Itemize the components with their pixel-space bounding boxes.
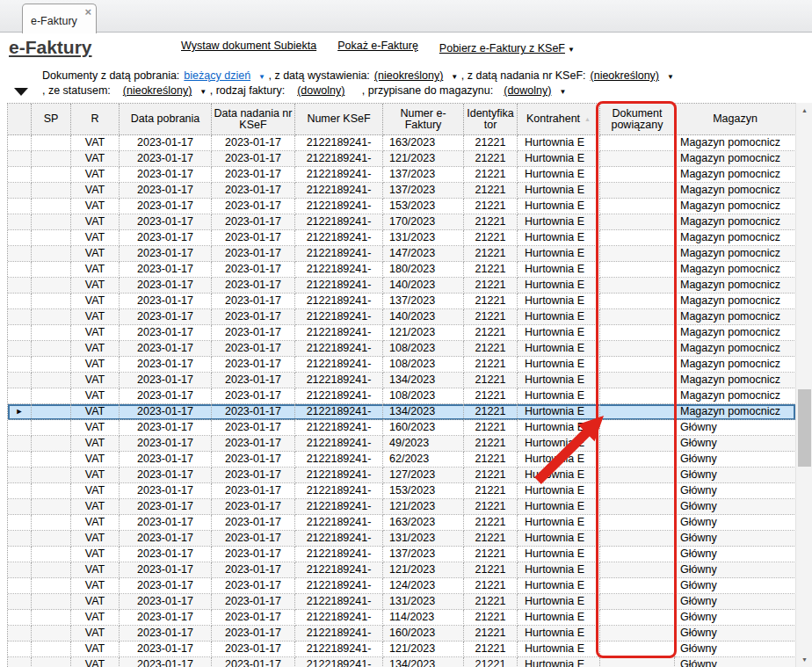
table-row[interactable]: VAT2023-01-172023-01-172122189241-121/20… — [8, 499, 795, 515]
cell-kontrahent: Hurtownia E — [518, 230, 600, 246]
wystaw-dokument-link[interactable]: Wystaw dokument Subiekta — [181, 40, 316, 55]
header-data-nadania-ksef[interactable]: Data nadania nr KSeF — [212, 104, 295, 135]
table-row[interactable]: VAT2023-01-172023-01-172122189241-108/20… — [8, 388, 795, 404]
cell-data_nadania_nr_ksef: 2023-01-17 — [212, 183, 295, 199]
table-row[interactable]: VAT2023-01-172023-01-172122189241-131/20… — [8, 594, 795, 610]
table-row[interactable]: VAT2023-01-172023-01-172122189241-127/20… — [8, 468, 795, 483]
cell-dokument_powiazany — [600, 562, 675, 578]
cell-data_pobrania: 2023-01-17 — [120, 294, 212, 309]
table-row[interactable]: VAT2023-01-172023-01-172122189241-121/20… — [8, 642, 795, 657]
filter-value-status[interactable]: (nieokreślony) — [123, 84, 192, 97]
table-row[interactable]: VAT2023-01-172023-01-172122189241-121/20… — [8, 562, 795, 578]
cell-magazyn: Magazyn pomocnicz — [675, 278, 795, 294]
table-row[interactable]: VAT2023-01-172023-01-172122189241-121/20… — [8, 325, 795, 341]
header-identyfikator[interactable]: Identyfikator — [464, 104, 518, 135]
header-magazyn[interactable]: Magazyn — [675, 104, 795, 135]
table-row[interactable]: VAT2023-01-172023-01-172122189241-140/20… — [8, 278, 795, 294]
cell-numer_e_faktury: 49/2023 — [383, 436, 464, 452]
cell-kontrahent: Hurtownia E — [518, 657, 600, 667]
table-row[interactable]: VAT2023-01-172023-01-172122189241-160/20… — [8, 420, 795, 436]
filter-collapse-icon[interactable] — [14, 88, 28, 96]
cell-numer_e_faktury: 160/2023 — [383, 626, 464, 642]
chevron-down-icon[interactable]: ▼ — [559, 88, 566, 96]
cell-dokument_powiazany — [600, 594, 675, 610]
table-row[interactable]: VAT2023-01-172023-01-172122189241-153/20… — [8, 199, 795, 214]
filter-value-data-pobrania[interactable]: bieżący dzień — [184, 69, 250, 82]
cell-sp — [32, 578, 71, 594]
table-row[interactable]: VAT2023-01-172023-01-172122189241-180/20… — [8, 262, 795, 278]
table-row[interactable]: VAT2023-01-172023-01-172122189241-137/20… — [8, 167, 795, 183]
cell-data_pobrania: 2023-01-17 — [120, 262, 212, 278]
filter-value-data-nadania[interactable]: (nieokreślony) — [591, 69, 660, 82]
table-row[interactable]: VAT2023-01-172023-01-172122189241-163/20… — [8, 515, 795, 531]
cell-data_nadania_nr_ksef: 2023-01-17 — [212, 309, 295, 325]
table-row[interactable]: VAT2023-01-172023-01-172122189241-147/20… — [8, 246, 795, 262]
cell-data_pobrania: 2023-01-17 — [120, 531, 212, 547]
table-row[interactable]: VAT2023-01-172023-01-172122189241-62/202… — [8, 452, 795, 468]
header-r[interactable]: R — [71, 104, 120, 135]
chevron-down-icon[interactable]: ▼ — [258, 73, 265, 81]
cell-dokument_powiazany — [600, 578, 675, 594]
cell-kontrahent: Hurtownia E — [518, 515, 600, 531]
cell-magazyn: Główny — [675, 578, 795, 594]
table-row[interactable]: VAT2023-01-172023-01-172122189241-163/20… — [8, 135, 795, 151]
table-row[interactable]: VAT2023-01-172023-01-172122189241-160/20… — [8, 626, 795, 642]
pobierz-efaktury-link[interactable]: Pobierz e-Faktury z KSeF — [439, 42, 565, 54]
chevron-down-icon[interactable]: ▼ — [667, 73, 674, 81]
invoice-table: SP R Data pobrania Data nadania nr KSeF … — [7, 103, 795, 667]
cell-numer_ksef: 2122189241- — [295, 151, 383, 167]
row-indicator — [8, 420, 32, 436]
cell-data_pobrania: 2023-01-17 — [120, 135, 212, 151]
table-row[interactable]: VAT2023-01-172023-01-172122189241-134/20… — [8, 373, 795, 388]
cell-identyfikator: 21221 — [464, 468, 518, 483]
header-numer-ksef[interactable]: Numer KSeF — [295, 104, 383, 135]
table-row[interactable]: VAT2023-01-172023-01-172122189241-124/20… — [8, 578, 795, 594]
header-kontrahent[interactable]: Kontrahent▲ — [518, 104, 600, 135]
header-dokument-powiazany[interactable]: Dokument powiązany — [600, 104, 675, 135]
filter-value-data-wystawienia[interactable]: (nieokreślony) — [374, 69, 444, 82]
close-icon[interactable]: × — [84, 6, 91, 18]
cell-dokument_powiazany — [600, 357, 675, 373]
table-row[interactable]: VAT2023-01-172023-01-172122189241-131/20… — [8, 531, 795, 547]
table-row[interactable]: VAT2023-01-172023-01-172122189241-140/20… — [8, 309, 795, 325]
chevron-down-icon[interactable]: ▼ — [568, 46, 575, 54]
scrollbar-thumb[interactable] — [798, 389, 811, 467]
cell-data_pobrania: 2023-01-17 — [120, 468, 212, 483]
table-row[interactable]: VAT2023-01-172023-01-172122189241-137/20… — [8, 294, 795, 309]
table-row[interactable]: VAT2023-01-172023-01-172122189241-131/20… — [8, 230, 795, 246]
cell-sp — [32, 230, 71, 246]
table-row[interactable]: VAT2023-01-172023-01-172122189241-108/20… — [8, 341, 795, 357]
cell-kontrahent: Hurtownia E — [518, 610, 600, 626]
table-row[interactable]: VAT2023-01-172023-01-172122189241-137/20… — [8, 547, 795, 562]
cell-data_pobrania: 2023-01-17 — [120, 199, 212, 214]
table-row[interactable]: VAT2023-01-172023-01-172122189241-134/20… — [8, 657, 795, 667]
chevron-down-icon[interactable]: ▼ — [451, 73, 458, 81]
cell-r: VAT — [71, 309, 120, 325]
table-row[interactable]: VAT2023-01-172023-01-172122189241-137/20… — [8, 183, 795, 199]
chevron-down-icon[interactable]: ▼ — [199, 88, 207, 96]
cell-dokument_powiazany — [600, 167, 675, 183]
table-row[interactable]: VAT2023-01-172023-01-172122189241-121/20… — [8, 151, 795, 167]
cell-kontrahent: Hurtownia E — [518, 547, 600, 562]
cell-identyfikator: 21221 — [464, 436, 518, 452]
table-row[interactable]: VAT2023-01-172023-01-172122189241-114/20… — [8, 610, 795, 626]
header-data-pobrania[interactable]: Data pobrania — [120, 104, 212, 135]
table-row[interactable]: ►VAT2023-01-172023-01-172122189241-134/2… — [8, 404, 795, 420]
header-sp[interactable]: SP — [32, 104, 71, 135]
scroll-up-icon[interactable]: ▲ — [796, 103, 812, 118]
row-indicator — [8, 642, 32, 657]
filter-value-magazyn[interactable]: (dowolny) — [504, 84, 551, 97]
table-row[interactable]: VAT2023-01-172023-01-172122189241-170/20… — [8, 214, 795, 230]
table-row[interactable]: VAT2023-01-172023-01-172122189241-49/202… — [8, 436, 795, 452]
row-indicator — [8, 388, 32, 404]
cell-sp — [32, 357, 71, 373]
header-numer-efaktury[interactable]: Numer e-Faktury — [383, 104, 464, 135]
table-row[interactable]: VAT2023-01-172023-01-172122189241-108/20… — [8, 357, 795, 373]
filter-value-rodzaj-faktury[interactable]: (dowolny) — [297, 84, 344, 97]
tab-bar: e-Faktury × — [0, 0, 812, 33]
tab-e-faktury[interactable]: e-Faktury × — [22, 4, 97, 33]
pokaz-efakture-link[interactable]: Pokaż e-Fakturę — [337, 40, 418, 55]
scroll-down-icon[interactable]: ▼ — [796, 652, 812, 667]
table-row[interactable]: VAT2023-01-172023-01-172122189241-153/20… — [8, 483, 795, 499]
vertical-scrollbar[interactable]: ▲ ▼ — [795, 103, 812, 667]
